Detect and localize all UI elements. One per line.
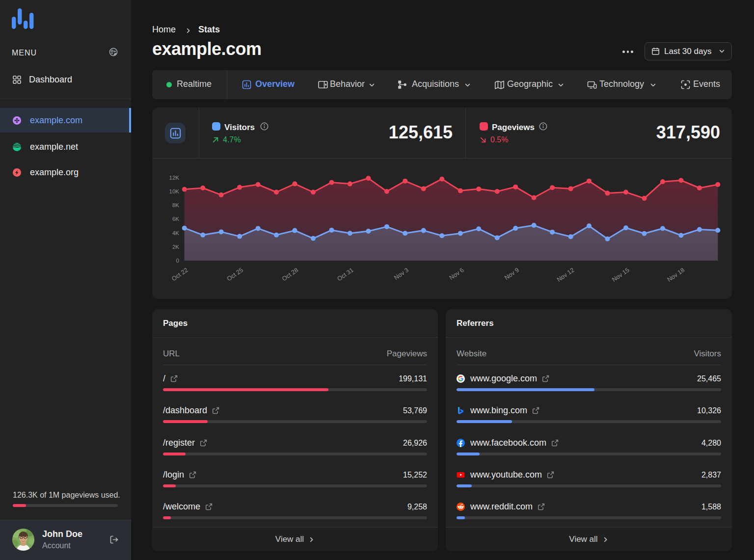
svg-text:6K: 6K [172, 216, 179, 222]
svg-text:0: 0 [176, 258, 179, 264]
svg-text:8K: 8K [172, 202, 179, 208]
svg-text:Nov 18: Nov 18 [666, 267, 686, 283]
svg-text:4K: 4K [172, 230, 179, 236]
svg-text:10K: 10K [169, 188, 180, 194]
svg-text:2K: 2K [172, 244, 179, 250]
svg-text:Nov 9: Nov 9 [503, 267, 520, 281]
svg-text:Nov 12: Nov 12 [556, 267, 576, 283]
svg-text:Nov 15: Nov 15 [611, 267, 631, 283]
svg-text:Oct 25: Oct 25 [226, 267, 244, 283]
svg-text:Nov 6: Nov 6 [448, 267, 465, 281]
svg-text:Oct 28: Oct 28 [281, 267, 299, 283]
svg-text:Nov 3: Nov 3 [393, 267, 410, 281]
svg-text:Oct 31: Oct 31 [336, 267, 354, 283]
svg-text:Oct 22: Oct 22 [170, 267, 189, 283]
svg-text:12K: 12K [169, 175, 180, 181]
